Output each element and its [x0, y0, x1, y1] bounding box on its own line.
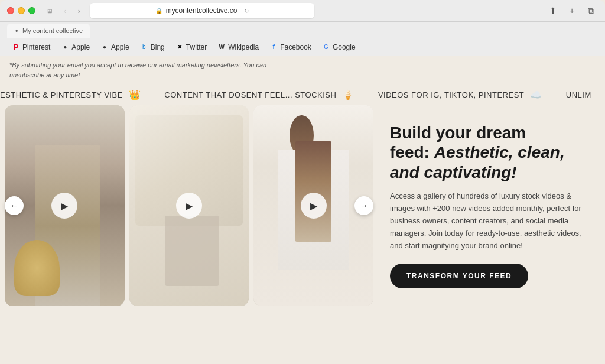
bookmark-bing[interactable]: b Bing: [135, 42, 170, 53]
wikipedia-icon: W: [217, 43, 226, 51]
tab-label: My content collective: [22, 27, 83, 34]
play-button-3[interactable]: ▶: [301, 193, 327, 219]
hero-headline: Build your dream feed: Aesthetic, clean,…: [390, 123, 586, 183]
apple-icon-1: ●: [61, 43, 69, 51]
bookmark-label: Apple: [111, 43, 129, 51]
bookmark-label: Twitter: [186, 43, 207, 51]
ticker-text-3: VIDEOS FOR IG, TIKTOK, PINTEREST: [378, 90, 524, 99]
headline-line-1: Build your dream: [390, 124, 526, 142]
bookmark-apple-1[interactable]: ● Apple: [56, 42, 95, 53]
page-content: *By submitting your email you accept to …: [0, 56, 605, 363]
gallery-next-button[interactable]: →: [354, 196, 373, 215]
bookmark-label: Pinterest: [22, 43, 50, 51]
twitter-icon: ✕: [175, 43, 184, 51]
main-content: ← ▶ ▶: [0, 105, 605, 306]
tab-overview-icon[interactable]: ⧉: [584, 4, 598, 18]
headline-line-3: and captivating!: [390, 163, 517, 181]
apple-icon-2: ●: [100, 43, 109, 51]
tab-favicon: ✦: [14, 28, 19, 34]
disclaimer-text: *By submitting your email you accept to …: [0, 56, 295, 84]
traffic-lights: [7, 7, 35, 14]
refresh-icon[interactable]: ↻: [244, 8, 249, 14]
pinterest-icon: P: [12, 43, 20, 51]
minimize-button[interactable]: [18, 7, 25, 14]
headline-line-2: feed:: [390, 143, 434, 161]
lock-icon: 🔒: [155, 8, 162, 14]
ticker-item-3: VIDEOS FOR IG, TIKTOK, PINTEREST ☁️: [378, 89, 542, 100]
ticker-emoji-2: 🍦: [342, 89, 354, 100]
bing-icon: b: [140, 43, 148, 51]
ticker-emoji-1: 👑: [129, 89, 141, 100]
ticker-item-2: CONTENT THAT DOSENT FEEL... STOCKISH 🍦: [164, 89, 354, 100]
gallery-prev-button[interactable]: ←: [5, 196, 24, 215]
window-controls: ⊞: [45, 6, 54, 15]
play-button-1[interactable]: ▶: [51, 193, 77, 219]
video-card-2[interactable]: ▶: [129, 105, 249, 306]
bookmark-pinterest[interactable]: P Pinterest: [7, 42, 55, 53]
browser-window: ⊞ ‹ › 🔒 mycontentcollective.co ↻ ⬆ + ⧉ ✦…: [0, 0, 605, 56]
ticker-item-4: UNLIM: [566, 90, 591, 99]
nav-arrows: ‹ ›: [59, 5, 85, 17]
maximize-button[interactable]: [28, 7, 35, 14]
active-tab[interactable]: ✦ My content collective: [7, 24, 90, 38]
ticker-text-4: UNLIM: [566, 90, 591, 99]
bookmark-label: Wikipedia: [228, 43, 259, 51]
bookmark-label: Bing: [151, 43, 165, 51]
hero-description: Access a gallery of hundreds of luxury s…: [390, 190, 586, 252]
bookmark-google[interactable]: G Google: [317, 42, 360, 53]
ticker-text-2: CONTENT THAT DOSENT FEEL... STOCKISH: [164, 90, 336, 99]
new-tab-icon[interactable]: +: [565, 4, 579, 18]
forward-button[interactable]: ›: [73, 5, 85, 17]
address-bar[interactable]: 🔒 mycontentcollective.co ↻: [90, 3, 314, 18]
tab-bar: ✦ My content collective: [0, 21, 605, 38]
hair-shape: [295, 141, 331, 242]
facebook-icon: f: [269, 43, 278, 51]
bookmark-twitter[interactable]: ✕ Twitter: [171, 42, 212, 53]
toolbar-right: ⬆ + ⧉: [546, 4, 598, 18]
share-icon[interactable]: ⬆: [546, 4, 560, 18]
back-button[interactable]: ‹: [59, 5, 71, 17]
headline-italic: Aesthetic, clean,: [434, 143, 565, 161]
cta-button[interactable]: TRANSFORM YOUR FEED: [390, 264, 528, 288]
url-text: mycontentcollective.co: [166, 6, 238, 15]
hero-panel: Build your dream feed: Aesthetic, clean,…: [378, 105, 596, 306]
bag-shape: [14, 240, 60, 296]
item-shape: [165, 216, 219, 286]
ticker-item-1: ESTHETIC & PINTERESTY VIBE 👑: [0, 89, 141, 100]
ticker-text-1: ESTHETIC & PINTERESTY VIBE: [0, 90, 123, 99]
ticker-emoji-3: ☁️: [530, 89, 542, 100]
play-button-2[interactable]: ▶: [176, 193, 202, 219]
close-button[interactable]: [7, 7, 14, 14]
ticker-bar: ESTHETIC & PINTERESTY VIBE 👑 CONTENT THA…: [0, 84, 605, 105]
bookmark-apple-2[interactable]: ● Apple: [96, 42, 134, 53]
bookmarks-bar: P Pinterest ● Apple ● Apple b Bing ✕ Twi…: [0, 38, 605, 56]
title-bar: ⊞ ‹ › 🔒 mycontentcollective.co ↻ ⬆ + ⧉: [0, 0, 605, 21]
video-gallery: ← ▶ ▶: [0, 105, 378, 306]
bookmark-label: Google: [333, 43, 356, 51]
google-icon: G: [322, 43, 330, 51]
bookmark-label: Facebook: [280, 43, 311, 51]
sidebar-toggle-icon[interactable]: ⊞: [45, 6, 54, 15]
bookmark-label: Apple: [71, 43, 90, 51]
bookmark-facebook[interactable]: f Facebook: [265, 42, 316, 53]
bookmark-wikipedia[interactable]: W Wikipedia: [213, 42, 264, 53]
